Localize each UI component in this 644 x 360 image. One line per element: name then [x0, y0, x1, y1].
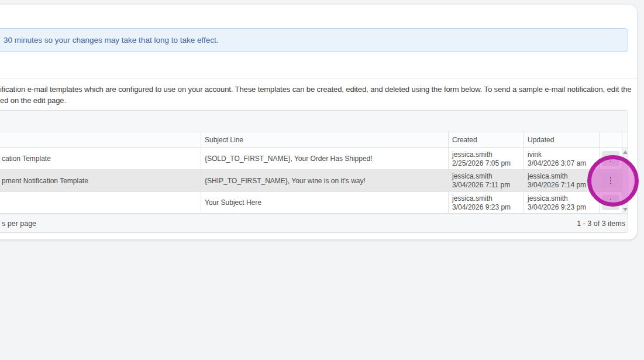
cell-updated: jessica.smith 3/04/2026 7:14 pm: [524, 170, 599, 191]
cell-actions: [599, 148, 622, 169]
table-row[interactable]: cation Template {SOLD_TO_FIRST_NAME}, Yo…: [0, 148, 628, 170]
created-by: jessica.smith: [452, 172, 524, 181]
column-header-scroll-spacer: [622, 132, 628, 148]
cell-subject-line: {SHIP_TO_FIRST_NAME}, Your wine is on it…: [201, 170, 448, 191]
scroll-down-icon[interactable]: [623, 208, 628, 211]
column-header-actions: [599, 132, 622, 148]
updated-by: ivink: [528, 150, 599, 159]
grid-toolbar: [0, 111, 628, 132]
updated-by: jessica.smith: [528, 194, 599, 203]
updated-at: 3/04/2026 3:07 am: [528, 159, 599, 168]
cell-template-name: cation Template: [0, 148, 201, 169]
created-by: jessica.smith: [452, 194, 524, 203]
column-header-created[interactable]: Created: [448, 132, 524, 148]
cell-actions: [599, 170, 622, 191]
updated-at: 3/04/2026 7:14 pm: [528, 181, 599, 190]
info-banner-text: 30 minutes so your changes may take that…: [4, 36, 218, 44]
grid-body: cation Template {SOLD_TO_FIRST_NAME}, Yo…: [0, 148, 628, 214]
created-at: 3/04/2026 7:11 pm: [452, 181, 524, 190]
row-actions-button[interactable]: [602, 195, 619, 210]
grid-header-row: Subject Line Created Updated: [0, 132, 628, 148]
cell-template-name: pment Notification Template: [0, 170, 201, 191]
intro-text-line2: ed on the edit page.: [0, 96, 66, 105]
page-size-label-fragment: s per page: [2, 220, 36, 228]
grid-pager: s per page 1 - 3 of 3 items: [0, 214, 628, 232]
cell-created: jessica.smith 3/04/2026 7:11 pm: [448, 170, 524, 191]
cell-subject-line: {SOLD_TO_FIRST_NAME}, Your Order Has Shi…: [201, 148, 448, 169]
vertical-scrollbar[interactable]: [622, 148, 628, 214]
table-row-highlighted[interactable]: pment Notification Template {SHIP_TO_FIR…: [0, 170, 628, 192]
email-templates-grid: Subject Line Created Updated cation Temp…: [0, 110, 628, 233]
cell-template-name: [0, 192, 201, 213]
row-actions-button[interactable]: [602, 151, 619, 166]
created-at: 3/04/2026 9:23 pm: [452, 203, 524, 212]
scroll-up-icon[interactable]: [623, 150, 628, 154]
kebab-menu-icon: [610, 177, 612, 179]
kebab-menu-icon: [610, 155, 612, 157]
cell-updated: jessica.smith 3/04/2026 9:23 pm: [524, 192, 599, 213]
column-header-name[interactable]: [0, 132, 201, 148]
kebab-menu-icon: [610, 199, 612, 201]
cell-created: jessica.smith 2/25/2026 7:05 pm: [448, 148, 524, 169]
updated-by: jessica.smith: [528, 172, 599, 181]
pager-range-label: 1 - 3 of 3 items: [577, 220, 625, 228]
column-header-updated[interactable]: Updated: [524, 132, 599, 148]
created-by: jessica.smith: [452, 150, 524, 159]
intro-text-line1: ification e-mail templates which are con…: [0, 85, 631, 94]
cell-created: jessica.smith 3/04/2026 9:23 pm: [448, 192, 524, 213]
table-row[interactable]: Your Subject Here jessica.smith 3/04/202…: [0, 192, 628, 214]
cell-subject-line: Your Subject Here: [201, 192, 448, 213]
cell-updated: ivink 3/04/2026 3:07 am: [524, 148, 599, 169]
info-banner: 30 minutes so your changes may take that…: [0, 28, 628, 52]
created-at: 2/25/2026 7:05 pm: [452, 159, 524, 168]
row-actions-button-circled[interactable]: [602, 173, 619, 188]
updated-at: 3/04/2026 9:23 pm: [528, 203, 599, 212]
cell-actions: [599, 192, 622, 213]
column-header-subject-line[interactable]: Subject Line: [201, 132, 448, 148]
section-divider: [0, 78, 637, 78]
